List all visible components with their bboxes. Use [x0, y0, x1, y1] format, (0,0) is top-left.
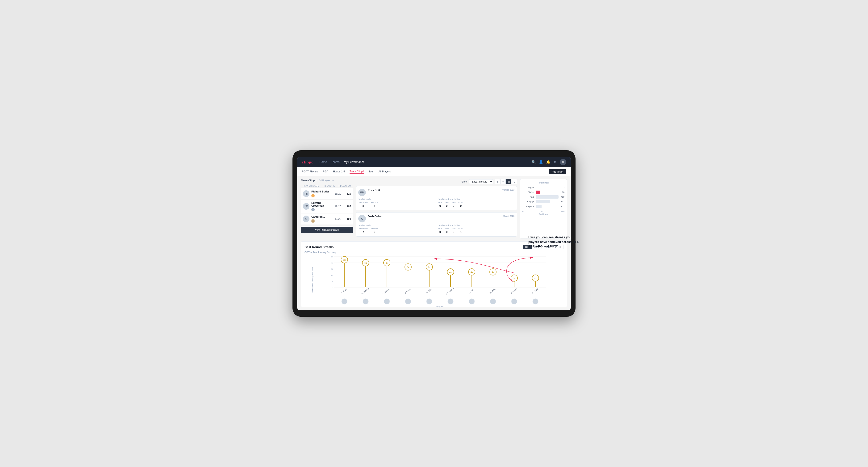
- x-label-0: 0: [522, 210, 523, 213]
- stat-arg-1: ARG 0: [452, 201, 456, 208]
- view-leaderboard-button[interactable]: View Full Leaderboard: [301, 227, 353, 233]
- stat-putt-2: PUTT 1: [458, 228, 463, 234]
- practice-label-1: Practice: [371, 201, 378, 204]
- search-icon[interactable]: 🔍: [532, 160, 536, 164]
- bar-value-bogeys: 311: [561, 200, 564, 203]
- svg-text:7x: 7x: [343, 259, 346, 261]
- sub-nav-right: Add Team: [549, 169, 566, 174]
- bar-wrap-eagles: [536, 186, 561, 189]
- player-score-2: 18/20: [334, 205, 342, 208]
- subnav-hcaps[interactable]: Hcaps 1-5: [333, 170, 345, 173]
- bar-row-bogeys: Bogeys 311: [522, 200, 564, 203]
- main-content: Team Clippd | 14 Players ✏ PLAYER NAME P…: [297, 176, 571, 241]
- player-avg-3: 103: [344, 217, 351, 220]
- svg-text:3x: 3x: [513, 277, 516, 280]
- streak-chart-container: Best Streak, Fairway Accuracy 8 6: [305, 257, 563, 304]
- stat-tournament-1: Tournament 8: [358, 201, 368, 208]
- card-date-2: 26 Aug 2023: [502, 215, 515, 217]
- svg-text:B. McHerg: B. McHerg: [361, 287, 369, 294]
- team-header: Team Clippd | 14 Players ✏: [301, 179, 353, 182]
- nav-my-performance[interactable]: My Performance: [344, 160, 365, 164]
- subnav-team-clippd[interactable]: Team Clippd: [349, 170, 364, 174]
- player-name-2: Edward Crossman: [311, 201, 332, 207]
- bar-row-pars: Pars 499: [522, 195, 564, 198]
- svg-text:E. Ebert: E. Ebert: [341, 288, 347, 294]
- bell-icon[interactable]: 🔔: [546, 160, 550, 164]
- table-view-btn[interactable]: ⊟: [512, 179, 517, 184]
- nav-links: Home Teams My Performance: [319, 160, 365, 164]
- subnav-pga[interactable]: PGA: [323, 170, 328, 173]
- stat-row-activities-2: OTT 0 APP 0 ARG 0: [438, 228, 515, 234]
- subnav-pgat[interactable]: PGAT Players: [302, 170, 318, 173]
- svg-text:3: 3: [331, 280, 333, 283]
- settings-icon[interactable]: ⚙: [554, 160, 557, 164]
- tablet-frame: clippd Home Teams My Performance 🔍 👤 🔔 ⚙…: [292, 150, 576, 317]
- svg-text:J. Coles: J. Coles: [404, 288, 411, 294]
- bottom-section: Best Round Streaks OTT APP ARG PUTT Off …: [301, 241, 567, 307]
- show-label: Show: [461, 181, 467, 183]
- subnav-all-players[interactable]: All Players: [379, 170, 391, 173]
- period-select[interactable]: Last 3 months: [469, 179, 493, 184]
- annotation-text: Here you can see streaks your players ha…: [528, 235, 580, 249]
- right-panel: Total Shots Eagles 3 Birdies: [520, 179, 567, 239]
- svg-point-53: [363, 299, 368, 304]
- col-pb-score: PB SCORE: [323, 185, 335, 187]
- chart-subtitle: Off The Tee, Fairway Accuracy: [305, 251, 563, 254]
- player-name-1: Richard Butler: [311, 190, 332, 193]
- bar-label-birdies: Birdies: [522, 191, 534, 193]
- x-axis: 0 200 400: [522, 210, 564, 213]
- svg-text:E. Crossman: E. Crossman: [445, 287, 455, 295]
- svg-text:5: 5: [331, 268, 333, 270]
- annotation-container: Here you can see streaks your players ha…: [528, 235, 580, 249]
- svg-point-59: [490, 299, 496, 304]
- bar-pars: [536, 195, 559, 198]
- player-info-2: Edward Crossman 2: [311, 201, 332, 212]
- player-avatar-3: C: [303, 216, 309, 222]
- nav-home[interactable]: Home: [319, 160, 327, 164]
- tournament-label-1: Tournament: [358, 201, 368, 204]
- svg-text:Players: Players: [436, 305, 444, 308]
- card-name-1: Rees Britt: [368, 189, 380, 191]
- grid-view-btn[interactable]: ⊞: [495, 179, 500, 184]
- stat-putt-1: PUTT 0: [458, 201, 463, 208]
- player-avatar-2: EC: [303, 203, 309, 210]
- svg-text:D. Ford: D. Ford: [468, 288, 474, 294]
- user-icon[interactable]: 👤: [539, 160, 543, 164]
- svg-text:6x: 6x: [365, 262, 367, 264]
- avatar[interactable]: U: [560, 159, 566, 165]
- card-top-1: RB Rees Britt 02 Sep 2023: [358, 189, 515, 196]
- nav-right: 🔍 👤 🔔 ⚙ U: [532, 159, 566, 165]
- add-team-button[interactable]: Add Team: [549, 169, 566, 174]
- chart-x-title: Total Shots: [522, 213, 564, 215]
- app-logo: clippd: [302, 160, 314, 164]
- player-score-3: 17/20: [334, 217, 342, 220]
- svg-text:6x: 6x: [385, 262, 388, 264]
- edit-icon[interactable]: ✏: [332, 179, 334, 182]
- player-avatar-1: RB: [303, 190, 309, 197]
- player-card-2: JC Josh Coles 26 Aug 2023 Total Rounds T…: [356, 212, 517, 237]
- stat-ott-1: OTT 0: [438, 201, 442, 208]
- subnav-tour[interactable]: Tour: [369, 170, 374, 173]
- card-top-2: JC Josh Coles 26 Aug 2023: [358, 215, 515, 222]
- player-avg-2: 107: [344, 205, 351, 208]
- nav-teams[interactable]: Teams: [331, 160, 339, 164]
- stat-group-rounds-1: Total Rounds Tournament 8 Practice 4: [358, 198, 434, 208]
- bar-row-eagles: Eagles 3: [522, 186, 564, 189]
- player-count: | 14 Players: [318, 179, 330, 182]
- stat-ott-2: OTT 0: [438, 228, 442, 234]
- bar-value-pars: 499: [561, 196, 564, 198]
- player-row[interactable]: EC Edward Crossman 2 18/20 107: [301, 199, 353, 214]
- card-view-btn[interactable]: ▤: [506, 179, 512, 184]
- svg-text:4x: 4x: [470, 271, 473, 273]
- stat-group-activities-1: Total Practice Activities OTT 0 APP 0: [438, 198, 515, 208]
- svg-text:C. Quick: C. Quick: [532, 288, 539, 294]
- svg-text:3x: 3x: [534, 277, 536, 280]
- svg-point-55: [405, 299, 411, 304]
- list-view-btn[interactable]: ≡: [500, 179, 506, 184]
- stat-row-activities-1: OTT 0 APP 0 ARG 0: [438, 201, 515, 208]
- player-badge-3: 3: [311, 219, 315, 223]
- activities-label-1: Total Practice Activities: [438, 198, 515, 200]
- player-row[interactable]: C Cameron... 3 17/20 103: [301, 214, 353, 225]
- player-row[interactable]: RB Richard Butler 1 19/20 110: [301, 188, 353, 199]
- streak-title: Best Round Streaks: [305, 245, 334, 249]
